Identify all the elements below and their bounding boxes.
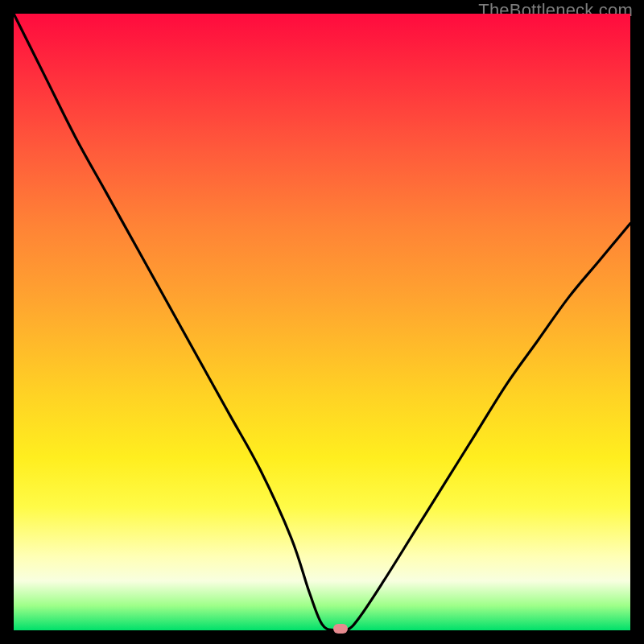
plot-area: [14, 14, 630, 630]
chart-frame: TheBottleneck.com: [0, 0, 644, 644]
bottleneck-curve: [14, 14, 630, 630]
minimum-marker-icon: [333, 624, 348, 634]
